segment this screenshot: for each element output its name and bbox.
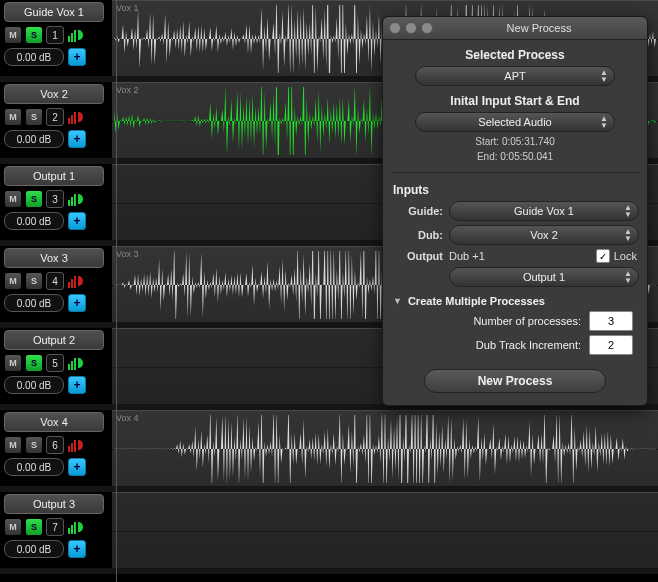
multi-disclosure[interactable]: ▼ Create Multiple Processes (393, 295, 637, 307)
divider (391, 172, 639, 173)
row-gap (0, 568, 658, 574)
add-button[interactable]: + (68, 212, 86, 230)
track-row: Output 3 M S 7 0.00 dB + (0, 492, 658, 568)
solo-button[interactable]: S (25, 354, 43, 372)
mute-button[interactable]: M (4, 354, 22, 372)
initial-input-value: Selected Audio (478, 116, 551, 128)
track-lane[interactable] (112, 492, 658, 570)
dialog-titlebar[interactable]: New Process (383, 17, 647, 40)
new-process-dialog: New Process Selected Process APT ▲▼ Init… (382, 16, 648, 406)
lock-checkbox[interactable]: ✓ (596, 249, 610, 263)
gain-readout[interactable]: 0.00 dB (4, 458, 64, 476)
track-header: Output 3 M S 7 0.00 dB + (4, 494, 104, 568)
selected-process-value: APT (504, 70, 525, 82)
dub-increment-input[interactable]: 2 (589, 335, 633, 355)
updown-icon: ▲▼ (624, 204, 632, 218)
speaker-icon[interactable] (67, 355, 85, 371)
updown-icon: ▲▼ (600, 115, 608, 129)
track-row: Vox 4 M S 6 0.00 dB + Vox 4 (0, 410, 658, 486)
num-processes-label: Number of processes: (473, 315, 581, 327)
new-process-button[interactable]: New Process (424, 369, 606, 393)
speaker-icon[interactable] (67, 273, 85, 289)
track-header: Vox 3 M S 4 0.00 dB + (4, 248, 104, 322)
mute-button[interactable]: M (4, 108, 22, 126)
mute-button[interactable]: M (4, 26, 22, 44)
track-header: Vox 4 M S 6 0.00 dB + (4, 412, 104, 486)
speaker-icon[interactable] (67, 519, 85, 535)
add-button[interactable]: + (68, 48, 86, 66)
solo-button[interactable]: S (25, 108, 43, 126)
track-name[interactable]: Vox 3 (4, 248, 104, 268)
gain-readout[interactable]: 0.00 dB (4, 294, 64, 312)
disclosure-triangle-icon: ▼ (393, 296, 402, 306)
mute-button[interactable]: M (4, 272, 22, 290)
updown-icon: ▲▼ (624, 270, 632, 284)
output-hint: Dub +1 (449, 250, 485, 262)
mute-button[interactable]: M (4, 436, 22, 454)
dub-label: Dub: (393, 229, 443, 241)
track-name[interactable]: Output 1 (4, 166, 104, 186)
track-name[interactable]: Guide Vox 1 (4, 2, 104, 22)
solo-button[interactable]: S (25, 26, 43, 44)
track-name[interactable]: Vox 2 (4, 84, 104, 104)
guide-label: Guide: (393, 205, 443, 217)
multi-label: Create Multiple Processes (408, 295, 545, 307)
gain-readout[interactable]: 0.00 dB (4, 376, 64, 394)
track-number[interactable]: 5 (46, 354, 64, 372)
add-button[interactable]: + (68, 130, 86, 148)
guide-value: Guide Vox 1 (514, 205, 574, 217)
gain-readout[interactable]: 0.00 dB (4, 540, 64, 558)
track-name[interactable]: Output 2 (4, 330, 104, 350)
solo-button[interactable]: S (25, 190, 43, 208)
playhead[interactable] (116, 0, 117, 582)
track-lane[interactable]: Vox 4 (112, 410, 658, 488)
dub-value: Vox 2 (530, 229, 558, 241)
speaker-icon[interactable] (67, 27, 85, 43)
track-number[interactable]: 6 (46, 436, 64, 454)
add-button[interactable]: + (68, 376, 86, 394)
end-time-label: End: 0:05:50.041 (383, 151, 647, 162)
waveform[interactable] (114, 415, 656, 483)
selected-process-heading: Selected Process (383, 48, 647, 62)
speaker-icon[interactable] (67, 109, 85, 125)
solo-button[interactable]: S (25, 272, 43, 290)
mute-button[interactable]: M (4, 190, 22, 208)
gain-readout[interactable]: 0.00 dB (4, 130, 64, 148)
track-header: Guide Vox 1 M S 1 0.00 dB + (4, 2, 104, 76)
track-header: Output 2 M S 5 0.00 dB + (4, 330, 104, 404)
mute-button[interactable]: M (4, 518, 22, 536)
dub-select[interactable]: Vox 2 ▲▼ (449, 225, 639, 245)
gain-readout[interactable]: 0.00 dB (4, 212, 64, 230)
minimize-icon[interactable] (405, 22, 417, 34)
add-button[interactable]: + (68, 294, 86, 312)
gain-readout[interactable]: 0.00 dB (4, 48, 64, 66)
track-header: Vox 2 M S 2 0.00 dB + (4, 84, 104, 158)
track-name[interactable]: Vox 4 (4, 412, 104, 432)
initial-input-select[interactable]: Selected Audio ▲▼ (415, 112, 615, 132)
lock-label: Lock (614, 250, 637, 262)
track-number[interactable]: 7 (46, 518, 64, 536)
selected-process-select[interactable]: APT ▲▼ (415, 66, 615, 86)
solo-button[interactable]: S (25, 518, 43, 536)
close-icon[interactable] (389, 22, 401, 34)
solo-button[interactable]: S (25, 436, 43, 454)
track-name[interactable]: Output 3 (4, 494, 104, 514)
window-controls (389, 22, 433, 34)
output-value: Output 1 (523, 271, 565, 283)
start-time-label: Start: 0:05:31.740 (383, 136, 647, 147)
initial-input-heading: Inital Input Start & End (383, 94, 647, 108)
num-processes-input[interactable]: 3 (589, 311, 633, 331)
speaker-icon[interactable] (67, 437, 85, 453)
speaker-icon[interactable] (67, 191, 85, 207)
output-select[interactable]: Output 1 ▲▼ (449, 267, 639, 287)
guide-select[interactable]: Guide Vox 1 ▲▼ (449, 201, 639, 221)
updown-icon: ▲▼ (624, 228, 632, 242)
track-number[interactable]: 4 (46, 272, 64, 290)
add-button[interactable]: + (68, 540, 86, 558)
add-button[interactable]: + (68, 458, 86, 476)
track-header: Output 1 M S 3 0.00 dB + (4, 166, 104, 240)
track-number[interactable]: 3 (46, 190, 64, 208)
track-number[interactable]: 1 (46, 26, 64, 44)
zoom-icon[interactable] (421, 22, 433, 34)
track-number[interactable]: 2 (46, 108, 64, 126)
